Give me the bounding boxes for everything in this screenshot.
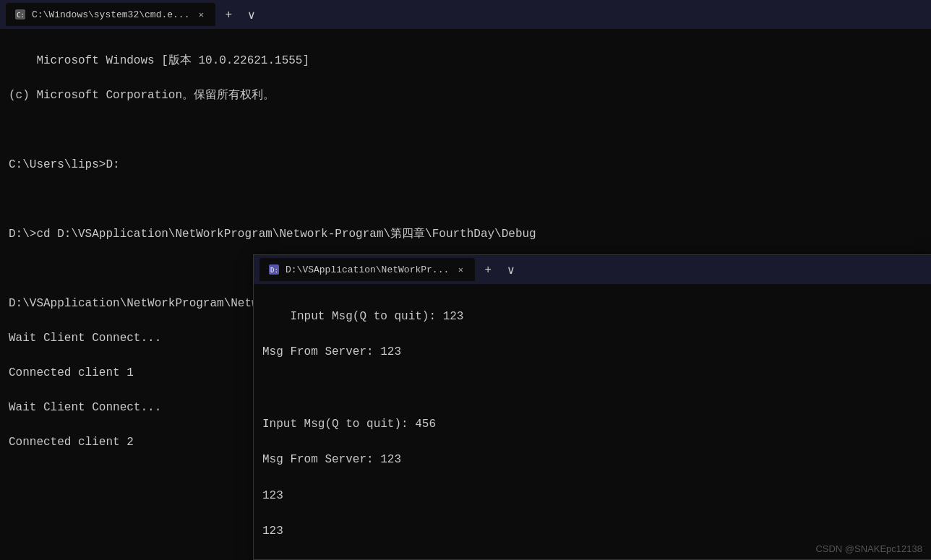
front-terminal-content[interactable]: Input Msg(Q to quit): 123 Msg From Serve… [254, 284, 931, 560]
watermark: CSDN @SNAKEpc12138 [815, 543, 922, 554]
front-line-4: Input Msg(Q to quit): 456 [262, 418, 436, 431]
back-line-6: D:\>cd D:\VSApplication\NetWorkProgram\N… [9, 228, 536, 241]
back-line-1: Microsoft Windows [版本 10.0.22621.1555] [36, 54, 309, 67]
svg-text:D:: D: [270, 267, 278, 274]
back-line-11: Wait Client Connect... [9, 401, 161, 414]
back-line-12: Connected client 2 [9, 436, 134, 449]
front-line-2: Msg From Server: 123 [262, 345, 401, 358]
back-tab-label: C:\Windows\system32\cmd.e... [32, 9, 189, 20]
front-titlebar: D: D:\VSApplication\NetWorkPr... ✕ + ∨ [254, 255, 931, 284]
front-tab-label: D:\VSApplication\NetWorkPr... [286, 264, 449, 275]
back-add-tab-button[interactable]: + [218, 4, 239, 25]
back-tab-close[interactable]: ✕ [195, 9, 207, 20]
front-line-7: 123 [262, 525, 283, 538]
back-line-10: Connected client 1 [9, 366, 134, 379]
front-cmd-icon: D: [268, 264, 280, 275]
front-tab[interactable]: D: D:\VSApplication\NetWorkPr... ✕ [259, 258, 475, 281]
front-add-tab-button[interactable]: + [478, 259, 498, 280]
front-line-1: Input Msg(Q to quit): 123 [290, 310, 463, 323]
back-dropdown-button[interactable]: ∨ [241, 4, 262, 25]
front-terminal: D: D:\VSApplication\NetWorkPr... ✕ + ∨ I… [253, 254, 931, 560]
back-tab[interactable]: C: C:\Windows\system32\cmd.e... ✕ [6, 3, 215, 26]
cmd-icon: C: [14, 9, 26, 20]
front-line-5: Msg From Server: 123 [262, 453, 401, 466]
front-line-6: 123 [262, 489, 283, 502]
back-titlebar: C: C:\Windows\system32\cmd.e... ✕ + ∨ [0, 0, 931, 29]
front-tab-close[interactable]: ✕ [455, 264, 466, 275]
back-line-2: (c) Microsoft Corporation。保留所有权利。 [9, 89, 275, 102]
svg-text:C:: C: [17, 12, 25, 19]
back-line-4: C:\Users\lips>D: [9, 158, 120, 171]
back-line-9: Wait Client Connect... [9, 332, 161, 345]
front-dropdown-button[interactable]: ∨ [501, 259, 521, 280]
